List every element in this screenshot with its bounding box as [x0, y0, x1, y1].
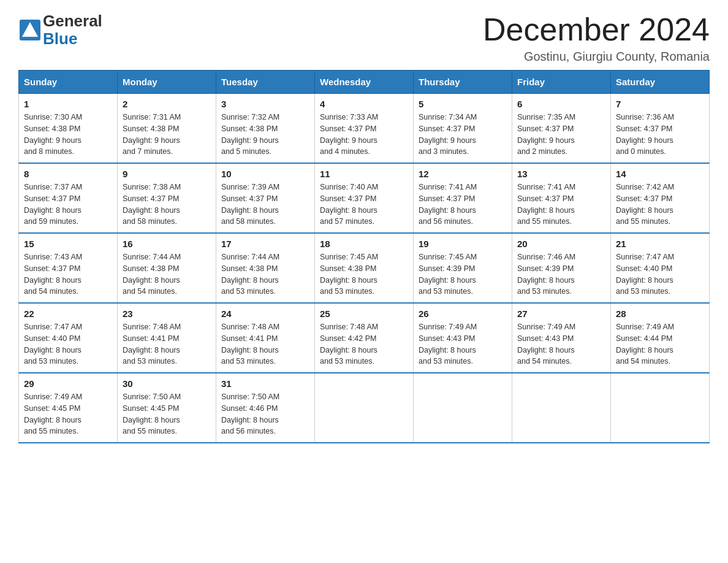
- calendar-cell: 14Sunrise: 7:42 AMSunset: 4:37 PMDayligh…: [611, 163, 710, 233]
- calendar-cell: 6Sunrise: 7:35 AMSunset: 4:37 PMDaylight…: [512, 94, 611, 164]
- calendar-cell: 2Sunrise: 7:31 AMSunset: 4:38 PMDaylight…: [118, 94, 216, 164]
- day-number: 21: [616, 239, 704, 249]
- day-info: Sunrise: 7:49 AMSunset: 4:45 PMDaylight:…: [24, 391, 112, 437]
- calendar-cell: 30Sunrise: 7:50 AMSunset: 4:45 PMDayligh…: [118, 373, 216, 443]
- day-number: 5: [419, 99, 507, 109]
- day-info: Sunrise: 7:43 AMSunset: 4:37 PMDaylight:…: [24, 251, 112, 297]
- col-header-wednesday: Wednesday: [315, 71, 414, 94]
- month-title: December 2024: [483, 12, 710, 47]
- day-number: 19: [419, 239, 507, 249]
- location-subtitle: Gostinu, Giurgiu County, Romania: [483, 50, 710, 64]
- day-info: Sunrise: 7:41 AMSunset: 4:37 PMDaylight:…: [419, 182, 507, 228]
- calendar-cell: 13Sunrise: 7:41 AMSunset: 4:37 PMDayligh…: [512, 163, 611, 233]
- day-number: 1: [24, 99, 112, 109]
- calendar-cell: 10Sunrise: 7:39 AMSunset: 4:37 PMDayligh…: [216, 163, 315, 233]
- calendar-cell: 18Sunrise: 7:45 AMSunset: 4:38 PMDayligh…: [315, 233, 414, 303]
- day-number: 9: [123, 169, 211, 179]
- day-info: Sunrise: 7:47 AMSunset: 4:40 PMDaylight:…: [616, 251, 704, 297]
- day-info: Sunrise: 7:30 AMSunset: 4:38 PMDaylight:…: [24, 112, 112, 158]
- calendar-cell: 16Sunrise: 7:44 AMSunset: 4:38 PMDayligh…: [118, 233, 216, 303]
- day-number: 17: [221, 239, 309, 249]
- calendar-cell: 21Sunrise: 7:47 AMSunset: 4:40 PMDayligh…: [611, 233, 710, 303]
- day-info: Sunrise: 7:47 AMSunset: 4:40 PMDaylight:…: [24, 321, 112, 367]
- calendar-cell: [414, 373, 512, 443]
- title-area: December 2024 Gostinu, Giurgiu County, R…: [483, 12, 710, 64]
- day-number: 13: [517, 169, 605, 179]
- calendar-week-row: 8Sunrise: 7:37 AMSunset: 4:37 PMDaylight…: [19, 163, 710, 233]
- calendar-cell: 15Sunrise: 7:43 AMSunset: 4:37 PMDayligh…: [19, 233, 118, 303]
- calendar-cell: 27Sunrise: 7:49 AMSunset: 4:43 PMDayligh…: [512, 303, 611, 373]
- day-info: Sunrise: 7:50 AMSunset: 4:46 PMDaylight:…: [221, 391, 309, 437]
- day-info: Sunrise: 7:34 AMSunset: 4:37 PMDaylight:…: [419, 112, 507, 158]
- day-number: 6: [517, 99, 605, 109]
- day-number: 22: [24, 308, 112, 319]
- day-info: Sunrise: 7:48 AMSunset: 4:41 PMDaylight:…: [123, 321, 211, 367]
- calendar-cell: 31Sunrise: 7:50 AMSunset: 4:46 PMDayligh…: [216, 373, 315, 443]
- logo-area: General Blue: [18, 12, 102, 47]
- calendar-cell: 8Sunrise: 7:37 AMSunset: 4:37 PMDaylight…: [19, 163, 118, 233]
- calendar-cell: [315, 373, 414, 443]
- col-header-saturday: Saturday: [611, 71, 710, 94]
- day-number: 11: [320, 169, 408, 179]
- day-number: 28: [616, 308, 704, 319]
- day-number: 4: [320, 99, 408, 109]
- page-header: General Blue December 2024 Gostinu, Giur…: [18, 12, 710, 64]
- col-header-sunday: Sunday: [19, 71, 118, 94]
- day-number: 23: [123, 308, 211, 319]
- day-number: 16: [123, 239, 211, 249]
- day-info: Sunrise: 7:36 AMSunset: 4:37 PMDaylight:…: [616, 112, 704, 158]
- calendar-cell: 7Sunrise: 7:36 AMSunset: 4:37 PMDaylight…: [611, 94, 710, 164]
- calendar-cell: 24Sunrise: 7:48 AMSunset: 4:41 PMDayligh…: [216, 303, 315, 373]
- calendar-cell: 28Sunrise: 7:49 AMSunset: 4:44 PMDayligh…: [611, 303, 710, 373]
- day-number: 18: [320, 239, 408, 249]
- calendar-cell: 9Sunrise: 7:38 AMSunset: 4:37 PMDaylight…: [118, 163, 216, 233]
- day-info: Sunrise: 7:44 AMSunset: 4:38 PMDaylight:…: [123, 251, 211, 297]
- day-info: Sunrise: 7:40 AMSunset: 4:37 PMDaylight:…: [320, 182, 408, 228]
- day-number: 15: [24, 239, 112, 249]
- col-header-monday: Monday: [118, 71, 216, 94]
- calendar-cell: 29Sunrise: 7:49 AMSunset: 4:45 PMDayligh…: [19, 373, 118, 443]
- day-number: 12: [419, 169, 507, 179]
- day-info: Sunrise: 7:44 AMSunset: 4:38 PMDaylight:…: [221, 251, 309, 297]
- col-header-thursday: Thursday: [414, 71, 512, 94]
- day-info: Sunrise: 7:45 AMSunset: 4:39 PMDaylight:…: [419, 251, 507, 297]
- day-number: 25: [320, 308, 408, 319]
- logo-general: General: [43, 12, 102, 30]
- calendar-cell: 11Sunrise: 7:40 AMSunset: 4:37 PMDayligh…: [315, 163, 414, 233]
- calendar-week-row: 29Sunrise: 7:49 AMSunset: 4:45 PMDayligh…: [19, 373, 710, 443]
- col-header-tuesday: Tuesday: [216, 71, 315, 94]
- calendar-cell: [611, 373, 710, 443]
- col-header-friday: Friday: [512, 71, 611, 94]
- logo-icon: [18, 18, 42, 42]
- calendar-cell: 12Sunrise: 7:41 AMSunset: 4:37 PMDayligh…: [414, 163, 512, 233]
- day-info: Sunrise: 7:31 AMSunset: 4:38 PMDaylight:…: [123, 112, 211, 158]
- calendar-cell: 17Sunrise: 7:44 AMSunset: 4:38 PMDayligh…: [216, 233, 315, 303]
- calendar-cell: 25Sunrise: 7:48 AMSunset: 4:42 PMDayligh…: [315, 303, 414, 373]
- calendar-cell: 26Sunrise: 7:49 AMSunset: 4:43 PMDayligh…: [414, 303, 512, 373]
- day-info: Sunrise: 7:46 AMSunset: 4:39 PMDaylight:…: [517, 251, 605, 297]
- calendar-cell: 19Sunrise: 7:45 AMSunset: 4:39 PMDayligh…: [414, 233, 512, 303]
- day-number: 10: [221, 169, 309, 179]
- calendar-cell: [512, 373, 611, 443]
- calendar-cell: 23Sunrise: 7:48 AMSunset: 4:41 PMDayligh…: [118, 303, 216, 373]
- calendar-week-row: 22Sunrise: 7:47 AMSunset: 4:40 PMDayligh…: [19, 303, 710, 373]
- day-number: 27: [517, 308, 605, 319]
- day-number: 7: [616, 99, 704, 109]
- day-info: Sunrise: 7:32 AMSunset: 4:38 PMDaylight:…: [221, 112, 309, 158]
- day-number: 24: [221, 308, 309, 319]
- day-number: 30: [123, 378, 211, 389]
- day-info: Sunrise: 7:39 AMSunset: 4:37 PMDaylight:…: [221, 182, 309, 228]
- calendar-cell: 3Sunrise: 7:32 AMSunset: 4:38 PMDaylight…: [216, 94, 315, 164]
- calendar-week-row: 15Sunrise: 7:43 AMSunset: 4:37 PMDayligh…: [19, 233, 710, 303]
- calendar-cell: 20Sunrise: 7:46 AMSunset: 4:39 PMDayligh…: [512, 233, 611, 303]
- calendar-cell: 5Sunrise: 7:34 AMSunset: 4:37 PMDaylight…: [414, 94, 512, 164]
- day-number: 8: [24, 169, 112, 179]
- day-info: Sunrise: 7:38 AMSunset: 4:37 PMDaylight:…: [123, 182, 211, 228]
- day-number: 20: [517, 239, 605, 249]
- day-info: Sunrise: 7:50 AMSunset: 4:45 PMDaylight:…: [123, 391, 211, 437]
- day-info: Sunrise: 7:48 AMSunset: 4:42 PMDaylight:…: [320, 321, 408, 367]
- day-number: 26: [419, 308, 507, 319]
- day-number: 2: [123, 99, 211, 109]
- day-info: Sunrise: 7:35 AMSunset: 4:37 PMDaylight:…: [517, 112, 605, 158]
- logo-blue: Blue: [43, 30, 102, 48]
